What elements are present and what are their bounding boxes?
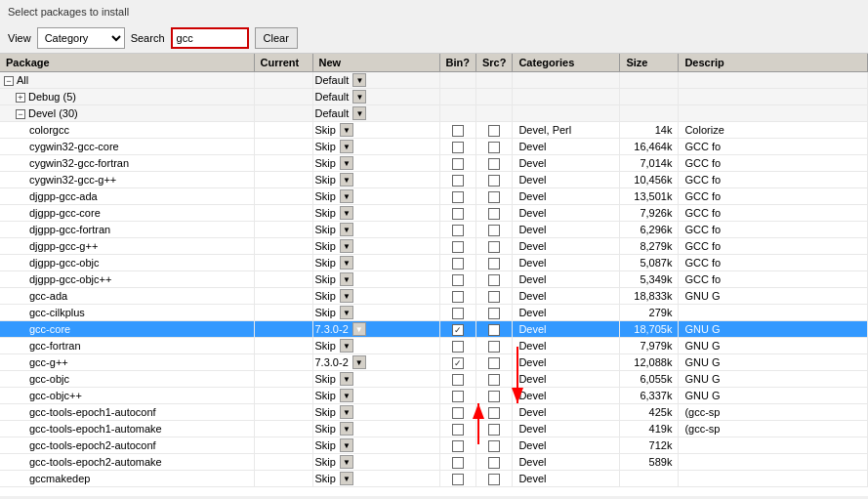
table-row[interactable]: cygwin32-gcc-coreSkip▼Devel16,464kGCC fo <box>0 139 868 155</box>
src-checkbox[interactable] <box>475 139 512 155</box>
bin-checkbox[interactable] <box>439 255 475 271</box>
src-check-icon[interactable] <box>488 391 500 402</box>
bin-check-icon[interactable] <box>452 291 464 303</box>
dropdown-arrow-icon[interactable]: ▼ <box>340 372 353 386</box>
src-check-icon[interactable] <box>488 374 500 386</box>
src-check-icon[interactable] <box>488 175 500 187</box>
src-checkbox[interactable] <box>475 222 512 238</box>
src-checkbox[interactable] <box>475 421 512 437</box>
src-checkbox[interactable] <box>475 471 512 487</box>
expand-icon[interactable]: + <box>16 93 25 103</box>
src-check-icon[interactable] <box>488 142 500 153</box>
src-checkbox[interactable] <box>475 271 512 288</box>
table-row[interactable]: −Devel (30)Default▼ <box>0 105 868 122</box>
bin-check-icon[interactable] <box>452 474 464 485</box>
src-checkbox[interactable] <box>475 105 512 122</box>
new-version[interactable]: Skip▼ <box>312 222 439 238</box>
table-row[interactable]: gcc-tools-epoch2-automakeSkip▼Devel589k <box>0 454 868 471</box>
bin-checkbox[interactable] <box>439 338 475 354</box>
dropdown-arrow-icon[interactable]: ▼ <box>340 156 353 170</box>
bin-checkbox[interactable] <box>439 238 475 255</box>
bin-checkbox[interactable] <box>439 371 475 388</box>
src-check-icon[interactable] <box>488 158 500 170</box>
bin-check-icon[interactable] <box>452 125 464 137</box>
table-row[interactable]: gcc-g++7.3.0-2▼✓Devel12,088kGNU G <box>0 354 868 371</box>
new-version[interactable]: 7.3.0-2▼ <box>312 354 439 371</box>
search-input[interactable] <box>171 27 249 49</box>
src-checkbox[interactable] <box>475 404 512 421</box>
dropdown-arrow-icon[interactable]: ▼ <box>352 90 366 104</box>
src-checkbox[interactable] <box>475 338 512 354</box>
new-version[interactable]: Skip▼ <box>312 288 439 305</box>
table-row[interactable]: djgpp-gcc-objcSkip▼Devel5,087kGCC fo <box>0 255 868 271</box>
bin-checkbox[interactable] <box>439 437 475 454</box>
src-checkbox[interactable] <box>475 354 512 371</box>
dropdown-arrow-icon[interactable]: ▼ <box>340 223 353 236</box>
bin-check-icon[interactable] <box>452 142 464 153</box>
table-row[interactable]: gcc-adaSkip▼Devel18,833kGNU G <box>0 288 868 305</box>
src-check-icon[interactable] <box>488 241 500 253</box>
table-row[interactable]: gcc-objcSkip▼Devel6,055kGNU G <box>0 371 868 388</box>
new-version[interactable]: Skip▼ <box>312 271 439 288</box>
new-version[interactable]: Default▼ <box>312 89 439 105</box>
expand-icon[interactable]: − <box>16 109 25 119</box>
dropdown-arrow-icon[interactable]: ▼ <box>340 173 353 187</box>
table-row[interactable]: gcc-tools-epoch1-automakeSkip▼Devel419k(… <box>0 421 868 437</box>
table-row[interactable]: colorgccSkip▼Devel, Perl14kColorize <box>0 122 868 139</box>
src-checkbox[interactable] <box>475 205 512 222</box>
src-checkbox[interactable] <box>475 72 512 89</box>
table-row[interactable]: gcc-core7.3.0-2▼✓Devel18,705kGNU G <box>0 321 868 338</box>
bin-check-icon[interactable] <box>452 457 464 469</box>
dropdown-arrow-icon[interactable]: ▼ <box>340 438 353 452</box>
bin-checkbox[interactable] <box>439 155 475 172</box>
clear-button[interactable]: Clear <box>255 27 298 49</box>
table-row[interactable]: djgpp-gcc-adaSkip▼Devel13,501kGCC fo <box>0 188 868 205</box>
table-row[interactable]: gccmakedepSkip▼Devel <box>0 471 868 487</box>
new-version[interactable]: Default▼ <box>312 72 439 89</box>
bin-check-icon[interactable] <box>452 440 464 452</box>
bin-checkbox[interactable] <box>439 205 475 222</box>
bin-check-icon[interactable] <box>452 407 464 419</box>
src-checkbox[interactable] <box>475 437 512 454</box>
bin-checkbox[interactable] <box>439 404 475 421</box>
bin-checkbox[interactable] <box>439 305 475 321</box>
new-version[interactable]: Skip▼ <box>312 338 439 354</box>
src-check-icon[interactable] <box>488 308 500 319</box>
new-version[interactable]: Skip▼ <box>312 155 439 172</box>
new-version[interactable]: Skip▼ <box>312 139 439 155</box>
bin-check-icon[interactable] <box>452 225 464 236</box>
new-version[interactable]: Skip▼ <box>312 188 439 205</box>
table-row[interactable]: gcc-tools-epoch2-autoconfSkip▼Devel712k <box>0 437 868 454</box>
new-version[interactable]: Skip▼ <box>312 172 439 188</box>
table-row[interactable]: djgpp-gcc-coreSkip▼Devel7,926kGCC fo <box>0 205 868 222</box>
bin-checkbox[interactable]: ✓ <box>439 321 475 338</box>
dropdown-arrow-icon[interactable]: ▼ <box>352 73 366 87</box>
src-check-icon[interactable] <box>488 225 500 236</box>
bin-checkbox[interactable] <box>439 72 475 89</box>
src-check-icon[interactable] <box>488 208 500 220</box>
table-row[interactable]: gcc-fortranSkip▼Devel7,979kGNU G <box>0 338 868 354</box>
bin-check-icon[interactable] <box>452 175 464 187</box>
dropdown-arrow-icon[interactable]: ▼ <box>340 455 353 469</box>
src-checkbox[interactable] <box>475 388 512 404</box>
dropdown-arrow-icon[interactable]: ▼ <box>340 239 353 253</box>
new-version[interactable]: Skip▼ <box>312 388 439 404</box>
dropdown-arrow-icon[interactable]: ▼ <box>340 189 353 203</box>
bin-check-icon[interactable] <box>452 374 464 386</box>
table-row[interactable]: gcc-objc++Skip▼Devel6,337kGNU G <box>0 388 868 404</box>
bin-checkbox[interactable] <box>439 388 475 404</box>
new-version[interactable]: Skip▼ <box>312 404 439 421</box>
dropdown-arrow-icon[interactable]: ▼ <box>340 306 353 319</box>
bin-checkbox[interactable]: ✓ <box>439 354 475 371</box>
src-check-icon[interactable] <box>488 258 500 270</box>
bin-checkbox[interactable] <box>439 454 475 471</box>
bin-check-icon[interactable] <box>452 258 464 270</box>
table-row[interactable]: gcc-cilkplusSkip▼Devel279k <box>0 305 868 321</box>
bin-checkbox[interactable] <box>439 105 475 122</box>
bin-checkbox[interactable] <box>439 188 475 205</box>
src-check-icon[interactable] <box>488 125 500 137</box>
src-check-icon[interactable] <box>488 474 500 485</box>
bin-checkbox[interactable] <box>439 222 475 238</box>
src-checkbox[interactable] <box>475 155 512 172</box>
src-check-icon[interactable] <box>488 457 500 469</box>
